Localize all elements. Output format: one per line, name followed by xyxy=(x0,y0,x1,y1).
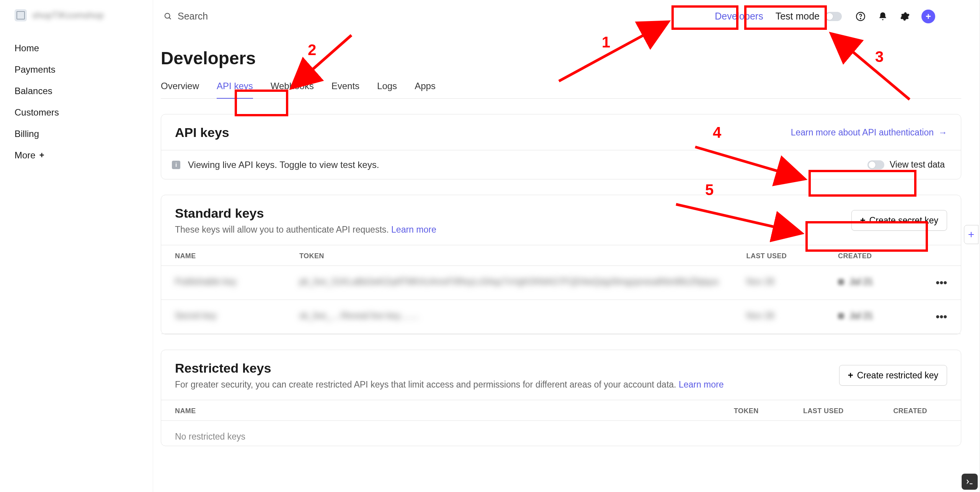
dot-icon xyxy=(838,279,844,285)
brand[interactable]: shopTIKcomshop xyxy=(15,9,153,21)
learn-more-auth-link[interactable]: Learn more about API authentication → xyxy=(791,127,947,138)
standard-sub-text: These keys will allow you to authenticat… xyxy=(175,225,391,235)
table-row-empty: No restricted keys xyxy=(161,421,961,446)
tab-apps[interactable]: Apps xyxy=(415,75,436,98)
key-last: Nov 28 xyxy=(746,277,774,287)
tab-overview[interactable]: Overview xyxy=(161,75,199,98)
restricted-learn-more-link[interactable]: Learn more xyxy=(679,380,724,389)
plus-icon: + xyxy=(39,150,44,160)
standard-keys-title: Standard keys xyxy=(175,206,436,221)
learn-more-auth-text: Learn more about API authentication xyxy=(791,127,934,138)
content: Developers Overview API keys Webhooks Ev… xyxy=(153,29,980,450)
api-keys-title: API keys xyxy=(175,125,229,140)
th-last: LAST USED xyxy=(789,400,879,421)
create-secret-key-button[interactable]: + Create secret key xyxy=(851,210,947,231)
test-mode-label: Test mode xyxy=(776,11,820,22)
table-row: Secret key sk_live_....Reveal live key..… xyxy=(161,300,961,334)
avatar-glyph: + xyxy=(926,11,931,22)
tab-logs[interactable]: Logs xyxy=(377,75,397,98)
row-actions-button[interactable]: ••• xyxy=(936,311,947,323)
plus-icon: + xyxy=(848,370,853,381)
sidebar-item-customers[interactable]: Customers xyxy=(15,103,153,122)
svg-line-1 xyxy=(169,17,171,19)
app-root: shopTIKcomshop Home Payments Balances Cu… xyxy=(0,0,980,492)
view-test-label: View test data xyxy=(890,160,945,170)
sidebar-item-balances[interactable]: Balances xyxy=(15,81,153,101)
key-token: sk_live_....Reveal live key........ xyxy=(299,311,419,321)
info-icon: i xyxy=(172,161,180,169)
tab-api-keys[interactable]: API keys xyxy=(217,75,253,98)
th-created: CREATED xyxy=(824,245,922,266)
create-restricted-key-button[interactable]: + Create restricted key xyxy=(839,365,947,386)
notice-text: Viewing live API keys. Toggle to view te… xyxy=(188,160,379,170)
create-restricted-label: Create restricted key xyxy=(857,370,938,381)
sidebar-item-label: More xyxy=(15,150,36,161)
brand-name: shopTIKcomshop xyxy=(32,10,104,21)
topbar: Search Developers Test mode + xyxy=(153,0,980,29)
standard-keys-card: Standard keys These keys will allow you … xyxy=(161,195,961,334)
tab-events[interactable]: Events xyxy=(332,75,359,98)
tabs: Overview API keys Webhooks Events Logs A… xyxy=(161,75,961,99)
restricted-keys-sub: For greater security, you can create res… xyxy=(175,380,724,390)
th-name: NAME xyxy=(161,400,720,421)
svg-point-3 xyxy=(860,18,861,19)
svg-point-0 xyxy=(165,13,170,18)
sidebar: shopTIKcomshop Home Payments Balances Cu… xyxy=(0,0,153,492)
standard-learn-more-link[interactable]: Learn more xyxy=(391,225,436,235)
standard-keys-table: NAME TOKEN LAST USED CREATED Publishable… xyxy=(161,245,961,334)
view-test-data-toggle[interactable]: View test data xyxy=(865,158,947,171)
key-created: Jul 21 xyxy=(849,311,873,321)
key-name: Publishable key xyxy=(175,277,237,287)
topbar-right: Developers Test mode + xyxy=(714,9,961,23)
plus-icon: + xyxy=(860,215,866,226)
sidebar-item-billing[interactable]: Billing xyxy=(15,124,153,144)
key-last: Nov 28 xyxy=(746,311,774,321)
toggle-icon xyxy=(825,12,842,21)
th-token: TOKEN xyxy=(286,245,733,266)
dot-icon xyxy=(838,313,844,319)
create-secret-label: Create secret key xyxy=(869,215,938,226)
gear-icon[interactable] xyxy=(899,11,911,22)
restricted-keys-table: NAME TOKEN LAST USED CREATED No restrict… xyxy=(161,400,961,446)
floating-terminal-button[interactable] xyxy=(962,474,978,490)
th-last: LAST USED xyxy=(733,245,824,266)
store-icon xyxy=(15,9,27,21)
sidebar-item-payments[interactable]: Payments xyxy=(15,60,153,80)
row-actions-button[interactable]: ••• xyxy=(936,277,947,288)
sidebar-item-home[interactable]: Home xyxy=(15,38,153,58)
tab-webhooks[interactable]: Webhooks xyxy=(271,75,314,98)
restricted-keys-title: Restricted keys xyxy=(175,361,724,376)
create-button[interactable]: + xyxy=(921,10,935,23)
search[interactable]: Search xyxy=(159,11,706,22)
empty-text: No restricted keys xyxy=(175,432,245,441)
key-name: Secret key xyxy=(175,311,217,321)
main: Search Developers Test mode + xyxy=(153,0,980,492)
th-created: CREATED xyxy=(879,400,961,421)
sidebar-item-more[interactable]: More + xyxy=(15,145,153,165)
search-placeholder: Search xyxy=(178,11,208,22)
toggle-icon xyxy=(867,160,884,169)
th-name: NAME xyxy=(161,245,286,266)
table-row: Publishable key pk_live_51KLaBdJwKZq4lTM… xyxy=(161,266,961,300)
test-mode-toggle[interactable]: Test mode xyxy=(775,9,844,23)
restricted-sub-text: For greater security, you can create res… xyxy=(175,380,679,389)
restricted-keys-card: Restricted keys For greater security, yo… xyxy=(161,350,961,446)
api-keys-card: API keys Learn more about API authentica… xyxy=(161,114,961,179)
key-token: pk_live_51KLaBdJwKZq4lTMhXcAmxF0ReyLc5Aq… xyxy=(299,277,719,287)
search-icon xyxy=(164,12,172,21)
page-title: Developers xyxy=(161,48,961,68)
th-token: TOKEN xyxy=(720,400,789,421)
bell-icon[interactable] xyxy=(877,11,889,22)
standard-keys-sub: These keys will allow you to authenticat… xyxy=(175,225,436,235)
key-created: Jul 21 xyxy=(849,277,873,287)
arrow-right-icon: → xyxy=(938,127,947,138)
help-icon[interactable] xyxy=(855,11,866,22)
developers-link[interactable]: Developers xyxy=(714,9,764,23)
floating-add-button[interactable]: + xyxy=(964,225,978,244)
